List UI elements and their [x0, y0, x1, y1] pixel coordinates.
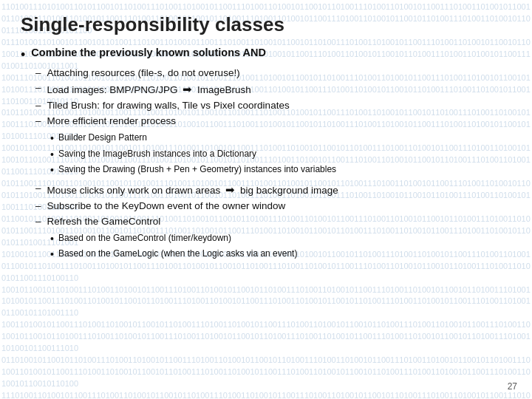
- bottom-dot-1: •: [50, 232, 54, 247]
- extra-dash-1: –: [35, 182, 41, 196]
- combine-item: • Combine the previously known solutions…: [21, 47, 511, 64]
- combine-text: Combine the previously known solutions A…: [31, 47, 266, 58]
- sub-item-1-text: Attaching resources (file-s, do not over…: [47, 66, 240, 81]
- dash-1: –: [35, 66, 41, 81]
- nested-item-1-text: Builder Design Pattern: [58, 132, 147, 144]
- slide-content: Single-responsibility classes • Combine …: [0, 0, 532, 399]
- dash-4: –: [35, 115, 41, 129]
- bottom-item-2: • Based on the GameLogic (when the Logic…: [50, 248, 511, 262]
- extra-item-3: – Refresh the GameControl: [35, 215, 511, 229]
- bottom-item-2-text: Based on the GameLogic (when the Logic a…: [58, 248, 298, 260]
- bottom-dot-2: •: [50, 248, 54, 262]
- sub-list: – Attaching resources (file-s, do not ov…: [35, 66, 511, 129]
- extra-item-1-text: Mouse clicks only work on drawn areas ➡ …: [47, 182, 338, 198]
- extra-item-1: – Mouse clicks only work on drawn areas …: [35, 182, 511, 198]
- page-number: 27: [508, 381, 517, 392]
- main-list: • Combine the previously known solutions…: [21, 47, 511, 262]
- arrow-icon: ➡: [183, 83, 192, 95]
- nested-dot-2: •: [50, 148, 54, 163]
- nested-item-3-text: Saving the Drawing (Brush + Pen + Geomet…: [58, 163, 336, 176]
- sub-item-1: – Attaching resources (file-s, do not ov…: [35, 66, 511, 81]
- sub-item-3: – Tiled Brush: for drawing walls, Tile v…: [35, 99, 511, 113]
- slide-title: Single-responsibility classes: [21, 13, 511, 36]
- sub-item-4: – More efficient render process: [35, 115, 511, 129]
- bottom-item-1-text: Based on the GameControl (timer/keydown): [58, 232, 231, 245]
- bottom-bullets: • Based on the GameControl (timer/keydow…: [50, 232, 511, 262]
- nested-item-2: • Saving the ImageBrush instances into a…: [50, 148, 511, 163]
- extra-list: – Mouse clicks only work on drawn areas …: [35, 182, 511, 229]
- extra-item-2-text: Subscribe to the KeyDown event of the ow…: [47, 200, 286, 214]
- sub-item-2: – Load images: BMP/PNG/JPG ➡ ImageBrush: [35, 81, 511, 98]
- sub-item-2-text: Load images: BMP/PNG/JPG ➡ ImageBrush: [47, 81, 251, 98]
- nested-item-2-text: Saving the ImageBrush instances into a D…: [58, 148, 256, 160]
- bullet-dot: •: [21, 47, 25, 64]
- dash-3: –: [35, 99, 41, 113]
- combine-bold: Combine the previously known solutions A…: [31, 47, 266, 58]
- nested-dot-1: •: [50, 132, 54, 146]
- dash-2: –: [35, 81, 41, 95]
- sub-item-3-text: Tiled Brush: for drawing walls, Tile vs …: [47, 99, 290, 113]
- nested-item-3: • Saving the Drawing (Brush + Pen + Geom…: [50, 163, 511, 178]
- sub-item-4-text: More efficient render process: [47, 115, 177, 129]
- nested-bullets: • Builder Design Pattern • Saving the Im…: [50, 132, 511, 178]
- nested-dot-3: •: [50, 163, 54, 178]
- nested-item-1: • Builder Design Pattern: [50, 132, 511, 146]
- extra-dash-2: –: [35, 200, 41, 214]
- extra-dash-3: –: [35, 215, 41, 229]
- extra-item-2: – Subscribe to the KeyDown event of the …: [35, 200, 511, 214]
- bottom-item-1: • Based on the GameControl (timer/keydow…: [50, 232, 511, 247]
- extra-item-3-text: Refresh the GameControl: [47, 215, 161, 229]
- arrow-icon-2: ➡: [225, 183, 235, 196]
